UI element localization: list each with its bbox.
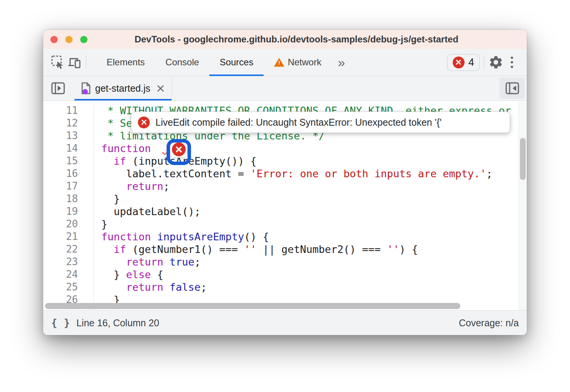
liveedit-error-message: LiveEdit compile failed: Uncaught Syntax… xyxy=(155,117,442,128)
inspect-cursor-icon xyxy=(50,55,66,70)
panel-expand-right-icon xyxy=(50,81,66,96)
vertical-scrollbar-thumb[interactable] xyxy=(520,138,526,180)
file-tab-label: get-started.js xyxy=(95,83,151,94)
devtools-toolbar: ElementsConsoleSources!Network » 4 xyxy=(43,49,527,76)
three-dot-menu-icon xyxy=(511,57,513,68)
code-lines[interactable]: * WITHOUT WARRANTIES OR CONDITIONS OF AN… xyxy=(101,104,518,306)
panel-tab-label: Sources xyxy=(220,57,253,68)
toggle-device-toolbar-button[interactable] xyxy=(66,54,82,71)
code-editor: 11121314151617181920212223242526 * WITHO… xyxy=(43,101,527,310)
line-number[interactable]: 21 xyxy=(43,230,78,243)
minimize-window-button[interactable] xyxy=(65,36,73,43)
line-number[interactable]: 17 xyxy=(43,180,78,193)
line-number[interactable]: 18 xyxy=(43,193,78,205)
page-background: DevTools - googlechrome.github.io/devtoo… xyxy=(0,0,570,392)
close-window-button[interactable] xyxy=(50,36,58,43)
panel-tab-label: Network xyxy=(288,57,321,68)
settings-button[interactable] xyxy=(488,54,504,71)
line-number[interactable]: 25 xyxy=(43,281,78,293)
statusbar: { } Line 16, Column 20 Coverage: n/a xyxy=(43,310,527,335)
sources-tabstrip: get-started.js × xyxy=(43,76,527,101)
pretty-print-button[interactable]: { } xyxy=(51,317,70,329)
panel-tab-elements[interactable]: Elements xyxy=(96,49,155,76)
panel-tab-label: Console xyxy=(165,57,199,68)
syntax-error-squiggle xyxy=(162,151,169,155)
error-circle-icon xyxy=(453,57,465,68)
show-navigator-button[interactable] xyxy=(50,80,66,97)
panel-tab-network[interactable]: !Network xyxy=(264,49,332,76)
traffic-lights xyxy=(50,36,87,43)
line-number[interactable]: 14 xyxy=(43,142,78,155)
code-line: if (inputsAreEmpty()) { xyxy=(101,155,518,167)
panel-tab-label: Elements xyxy=(107,57,145,68)
line-number[interactable]: 23 xyxy=(43,256,78,268)
inline-error-widget[interactable] xyxy=(170,141,188,158)
panel-expand-left-icon xyxy=(505,81,520,96)
horizontal-scrollbar-thumb[interactable] xyxy=(45,303,460,309)
maximize-window-button[interactable] xyxy=(80,36,87,43)
line-number[interactable]: 20 xyxy=(43,218,78,230)
gutter: 11121314151617181920212223242526 xyxy=(43,104,94,310)
vertical-scrollbar-track xyxy=(518,101,527,310)
code-line: function inputsAreEmpty() { xyxy=(101,230,518,243)
device-toolbar-icon xyxy=(66,55,82,70)
line-number[interactable]: 24 xyxy=(43,268,78,281)
code-line: } else { xyxy=(101,268,518,281)
code-line: if (getNumber1() === '' || getNumber2() … xyxy=(101,243,518,256)
panel-tabs: ElementsConsoleSources!Network xyxy=(96,49,332,76)
line-number[interactable]: 12 xyxy=(43,117,78,130)
gear-icon xyxy=(488,55,504,70)
code-line: return; xyxy=(101,180,518,193)
error-circle-icon xyxy=(172,143,186,156)
line-number[interactable]: 19 xyxy=(43,205,78,218)
file-icon xyxy=(81,82,91,95)
close-tab-icon[interactable]: × xyxy=(156,83,165,94)
code-line: return false; xyxy=(101,281,518,293)
code-line: updateLabel(); xyxy=(101,205,518,218)
panel-tab-sources[interactable]: Sources xyxy=(209,49,264,76)
line-number[interactable]: 15 xyxy=(43,155,78,167)
line-number[interactable]: 13 xyxy=(43,130,78,142)
customize-devtools-button[interactable] xyxy=(504,54,520,71)
line-number[interactable]: 11 xyxy=(43,104,78,117)
warning-icon: ! xyxy=(274,58,284,67)
code-line: label.textContent = 'Error: one or both … xyxy=(101,167,518,180)
show-debugger-sidebar-button[interactable] xyxy=(500,78,525,99)
line-number[interactable]: 16 xyxy=(43,167,78,180)
error-count: 4 xyxy=(468,57,474,68)
console-errors-badge[interactable]: 4 xyxy=(447,54,480,71)
panel-tab-console[interactable]: Console xyxy=(155,49,209,76)
cursor-position: Line 16, Column 20 xyxy=(76,317,159,329)
window-title: DevTools - googlechrome.github.io/devtoo… xyxy=(89,30,504,49)
js-file-dot xyxy=(83,89,88,94)
window-titlebar: DevTools - googlechrome.github.io/devtoo… xyxy=(43,30,527,49)
toolbar-divider xyxy=(86,56,86,69)
devtools-window: DevTools - googlechrome.github.io/devtoo… xyxy=(43,30,527,335)
code-line: } xyxy=(101,218,518,230)
line-number[interactable]: 22 xyxy=(43,243,78,256)
inspect-element-button[interactable] xyxy=(50,54,66,71)
error-circle-icon xyxy=(138,117,150,128)
liveedit-error-tooltip: LiveEdit compile failed: Uncaught Syntax… xyxy=(131,112,510,133)
more-panels-button[interactable]: » xyxy=(332,56,350,69)
code-line: } xyxy=(101,193,518,205)
code-line: return true; xyxy=(101,256,518,268)
file-tab-get-started-js[interactable]: get-started.js × xyxy=(74,76,172,100)
coverage-status: Coverage: n/a xyxy=(459,317,519,329)
toolbar-divider xyxy=(484,56,484,69)
